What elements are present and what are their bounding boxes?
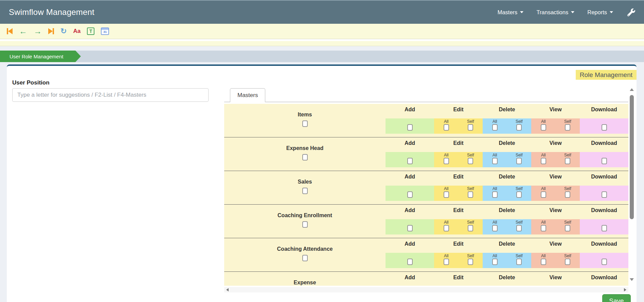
expense-head-edit-cell: AllSelf [434, 152, 483, 167]
scroll-down-icon[interactable] [630, 278, 634, 281]
sales-row-checkbox[interactable] [302, 188, 308, 194]
first-record-icon[interactable] [7, 27, 13, 36]
items-edit-self-checkbox[interactable] [468, 124, 473, 131]
table-vertical-scrollbar[interactable] [629, 87, 634, 286]
user-position-input[interactable] [12, 88, 209, 102]
column-header-download: Download [580, 104, 628, 118]
coaching-attendance-delete-cell: AllSelf [483, 253, 531, 268]
text-field-icon[interactable]: T [87, 27, 94, 36]
coaching-attendance-view-all-checkbox[interactable] [541, 259, 546, 265]
coaching-enrollment-view-all-checkbox[interactable] [541, 225, 546, 231]
scroll-right-icon[interactable] [624, 288, 626, 291]
items-row-checkbox[interactable] [302, 120, 308, 127]
items-download-checkbox[interactable] [602, 124, 607, 131]
expense-head-view-all-checkbox[interactable] [541, 158, 546, 164]
coaching-attendance-edit-self-checkbox[interactable] [468, 259, 473, 265]
sub-label-self: Self [516, 219, 523, 225]
wrench-icon[interactable] [627, 8, 635, 16]
sub-label-self: Self [564, 152, 571, 158]
sales-delete-self-checkbox[interactable] [516, 191, 522, 198]
expense-head-row-checkbox[interactable] [302, 154, 308, 161]
expense-head-delete-cell: AllSelf [483, 152, 531, 167]
save-button-label: Save [609, 297, 624, 302]
vertical-scrollbar-thumb[interactable] [630, 95, 634, 219]
sub-label-all: All [493, 186, 497, 191]
coaching-attendance-row-checkbox[interactable] [302, 255, 308, 261]
coaching-enrollment-download-checkbox[interactable] [602, 225, 607, 231]
scroll-left-icon[interactable] [226, 288, 229, 291]
last-record-icon[interactable] [48, 27, 54, 36]
nav-reports[interactable]: Reports [587, 9, 613, 16]
coaching-enrollment-edit-self-checkbox[interactable] [468, 225, 473, 231]
coaching-attendance-add-checkbox[interactable] [407, 259, 413, 265]
page-title: Role Management [576, 70, 637, 80]
save-button[interactable]: Save [602, 294, 631, 302]
expense-head-add-checkbox[interactable] [407, 158, 413, 164]
coaching-enrollment-delete-cell: AllSelf [483, 219, 531, 234]
expense-head-edit-all-checkbox[interactable] [444, 158, 449, 164]
sub-label-all: All [444, 219, 448, 225]
coaching-enrollment-row-checkbox[interactable] [302, 221, 308, 228]
scroll-up-icon[interactable] [630, 88, 634, 91]
items-view-self-checkbox[interactable] [565, 124, 570, 131]
app-header: Swimflow Management Masters Transactions… [0, 0, 644, 24]
sales-download-checkbox[interactable] [602, 191, 607, 198]
coaching-enrollment-delete-all-checkbox[interactable] [492, 225, 498, 231]
column-header-edit: Edit [434, 137, 483, 152]
coaching-attendance-edit-all-checkbox[interactable] [444, 259, 449, 265]
sales-edit-all-checkbox[interactable] [444, 191, 449, 198]
coaching-attendance-delete-self-checkbox[interactable] [516, 259, 522, 265]
chevron-down-icon [571, 11, 574, 13]
sub-label-all: All [444, 186, 448, 191]
coaching-attendance-delete-all-checkbox[interactable] [492, 259, 498, 265]
permission-row-expense-head: Expense HeadAddEditDeleteViewDownloadAll… [224, 137, 628, 171]
column-header-add: Add [386, 205, 434, 219]
expense-head-edit-self-checkbox[interactable] [468, 158, 473, 164]
breadcrumb[interactable]: User Role Management [0, 51, 81, 62]
coaching-enrollment-edit-all-checkbox[interactable] [444, 225, 449, 231]
sub-label-self: Self [564, 118, 571, 124]
nav-transactions[interactable]: Transactions [536, 9, 574, 16]
items-view-all-checkbox[interactable] [541, 124, 546, 131]
sales-add-checkbox[interactable] [407, 191, 413, 198]
sub-label-self: Self [516, 118, 523, 124]
refresh-icon[interactable]: ↻ [60, 27, 67, 36]
coaching-enrollment-view-self-checkbox[interactable] [565, 225, 570, 231]
calendar-icon[interactable]: 31 [101, 27, 109, 36]
coaching-enrollment-delete-self-checkbox[interactable] [516, 225, 522, 231]
column-header-delete: Delete [483, 137, 531, 152]
items-delete-all-checkbox[interactable] [492, 124, 498, 131]
nav-masters[interactable]: Masters [498, 9, 524, 16]
coaching-enrollment-add-checkbox[interactable] [407, 225, 413, 231]
next-record-icon[interactable]: → [34, 27, 42, 36]
items-add-checkbox[interactable] [407, 124, 413, 131]
coaching-attendance-view-self-checkbox[interactable] [565, 259, 570, 265]
coaching-attendance-download-checkbox[interactable] [602, 259, 607, 265]
sub-label-all: All [444, 152, 448, 158]
column-header-delete: Delete [483, 171, 531, 186]
items-delete-self-checkbox[interactable] [516, 124, 522, 131]
coaching-enrollment-edit-cell: AllSelf [434, 219, 483, 234]
column-header-download: Download [580, 137, 628, 152]
expense-head-delete-all-checkbox[interactable] [492, 158, 498, 164]
table-horizontal-scrollbar[interactable] [224, 287, 628, 292]
font-case-icon[interactable]: Aa [73, 27, 80, 36]
tab-masters[interactable]: Masters [230, 88, 265, 102]
sub-label-self: Self [467, 152, 474, 158]
sub-label-all: All [541, 186, 545, 191]
sales-delete-cell: AllSelf [483, 186, 531, 201]
column-header-download: Download [580, 205, 628, 219]
sales-view-all-checkbox[interactable] [541, 191, 546, 198]
user-position-label: User Position [12, 79, 50, 86]
sales-delete-all-checkbox[interactable] [492, 191, 498, 198]
expense-head-view-self-checkbox[interactable] [565, 158, 570, 164]
items-edit-all-checkbox[interactable] [444, 124, 449, 131]
expense-head-download-checkbox[interactable] [602, 158, 607, 164]
row-name: Coaching Enrollment [278, 212, 332, 219]
sales-add-cell [386, 186, 434, 201]
expense-head-delete-self-checkbox[interactable] [516, 158, 522, 164]
previous-record-icon[interactable]: ← [19, 27, 27, 36]
sales-view-self-checkbox[interactable] [565, 191, 570, 198]
record-toolbar: ← → ↻ Aa T 31 [0, 24, 644, 39]
sales-edit-self-checkbox[interactable] [468, 191, 473, 198]
